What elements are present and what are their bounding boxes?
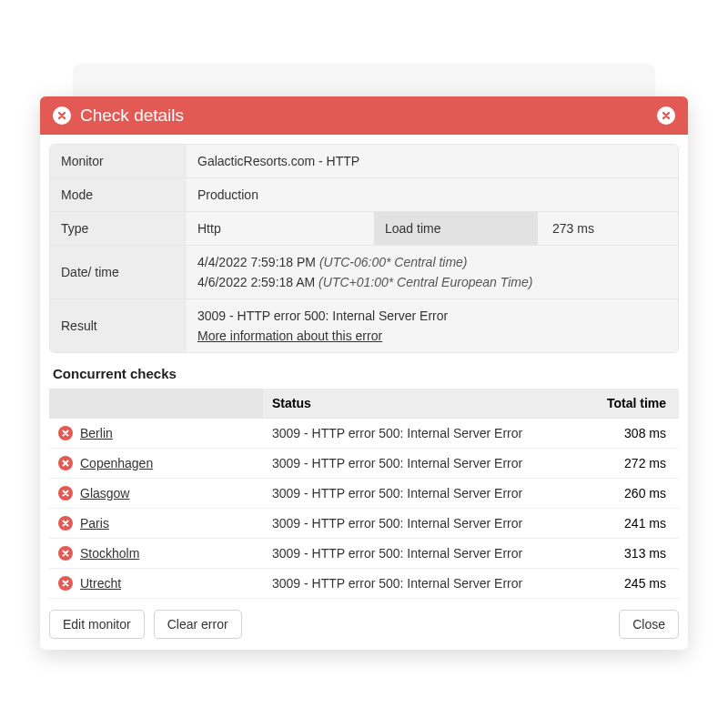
cell-total-time: 272 ms	[561, 449, 679, 478]
close-button[interactable]: Close	[619, 610, 679, 639]
location-link[interactable]: Berlin	[80, 426, 113, 440]
table-row: Glasgow3009 - HTTP error 500: Internal S…	[49, 479, 679, 509]
value-monitor: GalacticResorts.com - HTTP	[187, 145, 678, 177]
clear-error-button[interactable]: Clear error	[154, 610, 242, 639]
datetime-line-2: 4/6/2022 2:59:18 AM (UTC+01:00* Central …	[197, 275, 667, 289]
details-table: Monitor GalacticResorts.com - HTTP Mode …	[49, 144, 679, 353]
cell-status: 3009 - HTTP error 500: Internal Server E…	[263, 449, 561, 478]
value-mode: Production	[187, 178, 678, 211]
cell-status: 3009 - HTTP error 500: Internal Server E…	[263, 569, 561, 598]
concurrent-checks-table: Status Total time Berlin3009 - HTTP erro…	[49, 389, 679, 599]
result-more-info-link[interactable]: More information about this error	[197, 329, 667, 343]
datetime-line-1: 4/4/2022 7:59:18 PM (UTC-06:00* Central …	[197, 255, 667, 269]
datetime-2-main: 4/6/2022 2:59:18 AM	[197, 275, 315, 289]
concurrent-checks-title: Concurrent checks	[53, 366, 679, 381]
cell-status: 3009 - HTTP error 500: Internal Server E…	[263, 419, 561, 448]
modal-header: Check details	[40, 96, 688, 135]
modal-title: Check details	[80, 106, 648, 126]
label-loadtime: Load time	[374, 212, 538, 245]
row-mode: Mode Production	[50, 178, 678, 212]
cell-location: Stockholm	[49, 539, 263, 568]
value-type-wrap: Http Load time 273 ms	[187, 212, 678, 245]
row-result: Result 3009 - HTTP error 500: Internal S…	[50, 299, 678, 352]
error-icon	[53, 106, 71, 125]
error-icon	[58, 576, 73, 591]
label-datetime: Date/ time	[50, 246, 187, 298]
concurrent-head-row: Status Total time	[49, 389, 679, 419]
close-icon[interactable]	[657, 106, 675, 125]
label-type: Type	[50, 212, 187, 245]
error-icon	[58, 456, 73, 470]
error-icon	[58, 486, 73, 500]
cell-status: 3009 - HTTP error 500: Internal Server E…	[263, 509, 561, 538]
table-row: Utrecht3009 - HTTP error 500: Internal S…	[49, 569, 679, 599]
cell-total-time: 260 ms	[561, 479, 679, 508]
value-type: Http	[187, 212, 370, 245]
location-link[interactable]: Paris	[80, 516, 109, 531]
label-monitor: Monitor	[50, 145, 187, 177]
cell-total-time: 313 ms	[561, 539, 679, 568]
label-mode: Mode	[50, 178, 187, 211]
cell-total-time: 308 ms	[561, 419, 679, 448]
cell-total-time: 241 ms	[561, 509, 679, 538]
cell-location: Glasgow	[49, 479, 263, 508]
value-loadtime: 273 ms	[541, 212, 678, 245]
cell-location: Utrecht	[49, 569, 263, 598]
error-icon	[58, 426, 73, 440]
cell-location: Paris	[49, 509, 263, 538]
location-link[interactable]: Glasgow	[80, 486, 129, 500]
cell-status: 3009 - HTTP error 500: Internal Server E…	[263, 539, 561, 568]
head-location	[49, 389, 263, 418]
table-row: Berlin3009 - HTTP error 500: Internal Se…	[49, 419, 679, 449]
head-total-time: Total time	[561, 389, 679, 418]
table-row: Copenhagen3009 - HTTP error 500: Interna…	[49, 449, 679, 479]
modal-footer: Edit monitor Clear error Close	[40, 599, 688, 650]
location-link[interactable]: Stockholm	[80, 546, 139, 561]
cell-total-time: 245 ms	[561, 569, 679, 598]
table-row: Paris3009 - HTTP error 500: Internal Ser…	[49, 509, 679, 539]
head-status: Status	[263, 389, 561, 418]
datetime-2-tz: (UTC+01:00* Central European Time)	[318, 275, 532, 289]
footer-spacer	[251, 610, 611, 639]
check-details-modal: Check details Monitor GalacticResorts.co…	[40, 96, 688, 650]
edit-monitor-button[interactable]: Edit monitor	[49, 610, 145, 639]
error-icon	[58, 516, 73, 531]
cell-location: Berlin	[49, 419, 263, 448]
table-row: Stockholm3009 - HTTP error 500: Internal…	[49, 539, 679, 569]
error-icon	[58, 546, 73, 561]
datetime-1-tz: (UTC-06:00* Central time)	[319, 255, 468, 269]
value-datetime: 4/4/2022 7:59:18 PM (UTC-06:00* Central …	[187, 246, 678, 298]
modal-body: Monitor GalacticResorts.com - HTTP Mode …	[40, 135, 688, 599]
value-result: 3009 - HTTP error 500: Internal Server E…	[187, 299, 678, 352]
datetime-1-main: 4/4/2022 7:59:18 PM	[197, 255, 316, 269]
cell-status: 3009 - HTTP error 500: Internal Server E…	[263, 479, 561, 508]
row-datetime: Date/ time 4/4/2022 7:59:18 PM (UTC-06:0…	[50, 246, 678, 299]
row-monitor: Monitor GalacticResorts.com - HTTP	[50, 145, 678, 178]
label-result: Result	[50, 299, 187, 352]
location-link[interactable]: Copenhagen	[80, 456, 153, 470]
row-type: Type Http Load time 273 ms	[50, 212, 678, 246]
result-text: 3009 - HTTP error 500: Internal Server E…	[197, 308, 667, 323]
location-link[interactable]: Utrecht	[80, 576, 121, 591]
cell-location: Copenhagen	[49, 449, 263, 478]
